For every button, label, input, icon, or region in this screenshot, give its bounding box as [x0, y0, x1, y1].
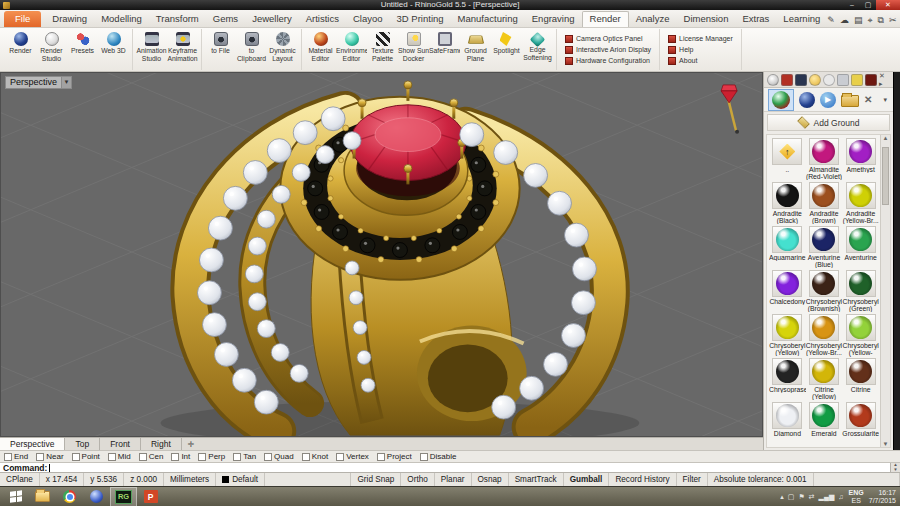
cut-icon[interactable]: ✂: [889, 15, 897, 25]
scroll-up-icon[interactable]: ▲: [883, 135, 889, 141]
add-ground-button[interactable]: Add Ground: [767, 114, 890, 131]
checkbox-cen[interactable]: [139, 453, 147, 461]
volume-icon[interactable]: ♫: [838, 493, 843, 501]
menu-tab-clayoo[interactable]: Clayoo: [346, 11, 390, 27]
menu-tab-extras[interactable]: Extras: [735, 11, 776, 27]
material-chrysoberyl-yellow-br[interactable]: Chrysoberyl (Yellow-Br...: [806, 313, 843, 357]
ribbon-button-dynamic-layout[interactable]: Dynamic Layout: [267, 30, 298, 69]
menu-tab-drawing[interactable]: Drawing: [45, 11, 94, 27]
osnap-end[interactable]: End: [4, 452, 28, 461]
panel-tabs-overflow-icon[interactable]: ✕ ▸: [879, 72, 890, 88]
checkbox-project[interactable]: [377, 453, 385, 461]
ribbon-button-material-editor[interactable]: Material Editor: [305, 30, 336, 69]
checkbox-perp[interactable]: [198, 453, 206, 461]
status-planar[interactable]: Planar: [435, 473, 472, 486]
menu-tab-file[interactable]: File: [4, 11, 41, 27]
viewport-tab-top[interactable]: Top: [65, 438, 100, 450]
scroll-down-icon[interactable]: ▼: [883, 441, 889, 447]
checkbox-tan[interactable]: [233, 453, 241, 461]
ribbon-button-safeframe[interactable]: SafeFrame: [429, 30, 460, 69]
osnap-cen[interactable]: Cen: [139, 452, 164, 461]
status-default[interactable]: Default: [216, 473, 265, 486]
material-chrysoberyl-brownish[interactable]: Chrysoberyl (Brownish): [806, 269, 843, 313]
taskbar-app-explorer[interactable]: [29, 487, 56, 506]
checkbox-disable[interactable]: [420, 453, 428, 461]
status-y-5-536[interactable]: y 5.536: [84, 473, 124, 486]
copy-icon[interactable]: ⧉: [877, 15, 883, 25]
status-filter[interactable]: Filter: [677, 473, 708, 486]
menu-tab-manufacturing[interactable]: Manufacturing: [451, 11, 525, 27]
ribbon-button-environment-editor[interactable]: Environment Editor: [336, 30, 367, 69]
material-aventurine[interactable]: Aventurine: [842, 225, 879, 269]
material-amethyst[interactable]: Amethyst: [842, 137, 879, 181]
menu-tab-analyze[interactable]: Analyze: [629, 11, 677, 27]
ribbon-button-animation-studio[interactable]: Animation Studio: [136, 30, 167, 69]
minimize-button[interactable]: –: [844, 0, 860, 10]
material-chrysoberyl-green[interactable]: Chrysoberyl (Green): [842, 269, 879, 313]
open-folder-icon[interactable]: [841, 95, 859, 107]
connection-icon[interactable]: ⇄: [809, 493, 815, 501]
ribbon-button-keyframe-animation[interactable]: Keyframe Animation: [167, 30, 198, 69]
osnap-point[interactable]: Point: [72, 452, 100, 461]
menu-tab-learning[interactable]: Learning: [776, 11, 827, 27]
taskbar-app-powerpoint[interactable]: P: [137, 487, 164, 506]
ribbon-button-spotlight[interactable]: Spotlight: [491, 30, 522, 69]
close-panel-icon[interactable]: ✕: [864, 95, 872, 105]
menu-tab-modelling[interactable]: Modelling: [94, 11, 149, 27]
checkbox-quad[interactable]: [264, 453, 272, 461]
menu-tab-transform[interactable]: Transform: [149, 11, 206, 27]
material-citrine-yellow[interactable]: Citrine (Yellow): [806, 357, 843, 401]
mic-icon[interactable]: ⌖: [867, 15, 872, 25]
menu-tab-3d-printing[interactable]: 3D Printing: [390, 11, 451, 27]
notes-tab-icon[interactable]: [795, 74, 807, 86]
maximize-button[interactable]: ▢: [860, 0, 876, 10]
ribbon-button-edge-softening[interactable]: Edge Softening: [522, 30, 553, 69]
ribbon-item-about[interactable]: About: [668, 57, 733, 65]
material-andradite-brown[interactable]: Andradite (Brown): [806, 181, 843, 225]
hidden-icons-icon[interactable]: ▴: [780, 493, 784, 501]
menu-tab-engraving[interactable]: Engraving: [525, 11, 582, 27]
osnap-project[interactable]: Project: [377, 452, 412, 461]
viewport-title-chip[interactable]: Perspective ▼: [5, 76, 72, 89]
materials-tab-icon[interactable]: [781, 74, 793, 86]
viewport-menu-caret-icon[interactable]: ▼: [62, 76, 72, 89]
rhino-logo-tab-icon[interactable]: [767, 74, 779, 86]
osnap-perp[interactable]: Perp: [198, 452, 225, 461]
status-z-0-000[interactable]: z 0.000: [124, 473, 164, 486]
status-x-17-454[interactable]: x 17.454: [40, 473, 84, 486]
osnap-mid[interactable]: Mid: [108, 452, 131, 461]
ribbon-item-help[interactable]: Help: [668, 46, 733, 54]
paint-tab-icon[interactable]: [851, 74, 863, 86]
signal-icon[interactable]: ▂▄▆: [819, 493, 835, 501]
taskbar-app-rhino[interactable]: [83, 487, 110, 506]
render-sphere-icon[interactable]: [799, 92, 815, 108]
status-osnap[interactable]: Osnap: [472, 473, 509, 486]
status-millimeters[interactable]: Millimeters: [164, 473, 216, 486]
selected-material-slot[interactable]: [768, 89, 794, 111]
checkbox-point[interactable]: [72, 453, 80, 461]
osnap-vertex[interactable]: Vertex: [336, 452, 369, 461]
checkbox-int[interactable]: [171, 453, 179, 461]
layers-tab-icon[interactable]: [865, 74, 877, 86]
osnap-tan[interactable]: Tan: [233, 452, 256, 461]
taskbar-app-start[interactable]: [2, 487, 29, 506]
material-up[interactable]: ↑..: [769, 137, 806, 181]
menu-tab-jewellery[interactable]: Jewellery: [245, 11, 299, 27]
material-aquamarine[interactable]: Aquamarine: [769, 225, 806, 269]
close-button[interactable]: ✕: [876, 0, 900, 10]
status-gumball[interactable]: Gumball: [564, 473, 610, 486]
material-diamond[interactable]: Diamond: [769, 401, 806, 445]
material-citrine[interactable]: Citrine: [842, 357, 879, 401]
checkbox-near[interactable]: [36, 453, 44, 461]
taskbar-app-chrome[interactable]: [56, 487, 83, 506]
ribbon-button-texture-palette[interactable]: Texture Palette: [367, 30, 398, 69]
viewport-tab-front[interactable]: Front: [100, 438, 141, 450]
perspective-viewport[interactable]: Perspective ▼: [0, 72, 763, 437]
flag-icon[interactable]: ⚑: [798, 493, 804, 501]
ribbon-button-to-clipboard[interactable]: to Clipboard: [236, 30, 267, 69]
checkbox-knot[interactable]: [302, 453, 310, 461]
material-almandite-red-violet[interactable]: Almandite (Red-Violet): [806, 137, 843, 181]
checkbox-end[interactable]: [4, 453, 12, 461]
status-grid-snap[interactable]: Grid Snap: [351, 473, 401, 486]
viewport-tab-perspective[interactable]: Perspective: [0, 438, 65, 450]
